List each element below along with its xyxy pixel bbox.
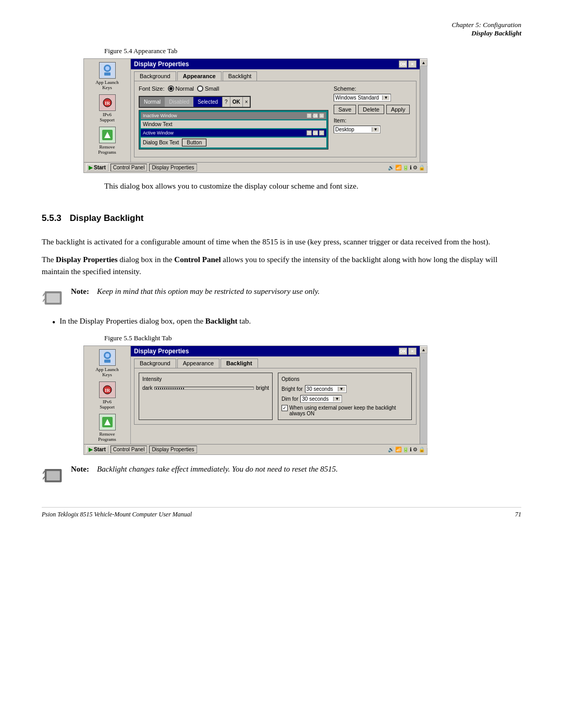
radio-normal-label: Normal	[176, 85, 194, 92]
start-label-2: Start	[94, 447, 106, 452]
color-tab-disabled[interactable]: Disabled	[165, 97, 193, 107]
scheme-btn-row: Save Delete Apply	[334, 105, 412, 114]
color-tab-normal[interactable]: Normal	[140, 97, 165, 107]
tab-background-2[interactable]: Background	[134, 359, 176, 368]
sidebar-item-ipv6-2[interactable]: IR IPv6Support	[99, 381, 116, 410]
para2-start: The	[42, 255, 56, 264]
tab-appearance-1[interactable]: Appearance	[177, 71, 222, 81]
scroll-up-2[interactable]: ▲	[420, 346, 427, 353]
close-title-btn-1[interactable]: ×	[408, 60, 417, 68]
font-size-label: Font Size:	[139, 85, 165, 92]
color-tab-selected[interactable]: Selected	[193, 97, 222, 107]
bright-for-select[interactable]: 30 seconds ▼	[305, 385, 347, 393]
figure-4-label: Figure 5.4 Appearance Tab	[104, 47, 521, 55]
preview-button: Button	[182, 139, 206, 146]
options-box: Options Bright for 30 seconds ▼ Dim for	[278, 373, 412, 420]
page-footer: Psion Teklogix 8515 Vehicle-Mount Comput…	[42, 507, 521, 519]
radio-normal-circle	[168, 85, 174, 92]
taskbar-control-panel-1[interactable]: Control Panel	[111, 164, 148, 171]
chapter-label: Chapter 5: Configuration	[42, 21, 521, 29]
appkeys-icon-2	[99, 349, 116, 366]
appkeys-label: App LaunchKeys	[95, 80, 119, 90]
window-preview: Inactive Window ? OK × Window Text Activ…	[139, 110, 328, 150]
always-on-checkbox[interactable]: ✓	[282, 405, 288, 411]
footer-left: Psion Teklogix 8515 Vehicle-Mount Comput…	[42, 511, 192, 519]
caption-1: This dialog box allows you to customize …	[104, 180, 521, 192]
svg-line-20	[43, 471, 45, 474]
dim-for-arrow[interactable]: ▼	[333, 397, 340, 401]
intensity-slider[interactable]	[154, 387, 254, 390]
svg-line-9	[43, 293, 45, 296]
close-title-btn-2[interactable]: ×	[408, 348, 417, 355]
dialog-content-2: Background Appearance Backlight Intensit…	[131, 356, 420, 427]
tab-backlight-1[interactable]: Backlight	[223, 71, 258, 81]
remove-label-2: RemovePrograms	[98, 431, 116, 442]
svg-line-21	[43, 477, 45, 479]
taskbar-display-props-2[interactable]: Display Properties	[149, 446, 197, 453]
remove-icon-2	[99, 414, 116, 430]
scroll-track-1	[420, 66, 427, 165]
scheme-arrow[interactable]: ▼	[382, 95, 389, 100]
taskbar-control-panel-2[interactable]: Control Panel	[111, 446, 148, 453]
taskbar-display-props-1[interactable]: Display Properties	[149, 164, 197, 171]
start-btn-1[interactable]: ▶ Start	[86, 164, 108, 171]
item-select[interactable]: Desktop ▼	[334, 126, 381, 133]
tab-background-1[interactable]: Background	[134, 71, 176, 81]
scheme-value: Windows Standard	[335, 95, 379, 101]
dim-for-value: 30 seconds	[302, 396, 328, 402]
scheme-select[interactable]: Windows Standard ▼	[334, 94, 391, 102]
bullet-bold: Backlight	[205, 317, 238, 325]
radio-normal[interactable]: Normal	[168, 85, 194, 92]
remove-label: RemovePrograms	[98, 144, 116, 155]
sidebar-item-remove[interactable]: RemovePrograms	[98, 127, 116, 155]
dialog-title-2: Display Properties	[134, 348, 189, 355]
dim-for-label: Dim for	[282, 396, 298, 402]
tab-backlight-2[interactable]: Backlight	[221, 359, 258, 368]
dialog-tabs-1: Background Appearance Backlight	[134, 71, 417, 81]
bright-for-arrow[interactable]: ▼	[338, 387, 345, 391]
scroll-up-1[interactable]: ▲	[420, 59, 427, 66]
radio-small[interactable]: Small	[197, 85, 219, 92]
para2-bold1: Display Properties	[56, 255, 117, 264]
apply-button[interactable]: Apply	[386, 105, 410, 114]
sidebar-item-remove-2[interactable]: RemovePrograms	[98, 414, 116, 442]
caption-text-1: This dialog box allows you to customize …	[104, 182, 358, 190]
ok-title-btn-1[interactable]: OK	[399, 60, 407, 68]
dialog-main-2: Display Properties OK × Background Appea…	[131, 346, 420, 454]
slider-row: dark bright	[142, 385, 269, 391]
section-number: 5.5.3	[42, 213, 62, 224]
sidebar-item-appkeys[interactable]: App LaunchKeys	[95, 62, 119, 90]
sidebar-item-ipv6[interactable]: IR IPv6Support	[99, 94, 116, 122]
item-arrow[interactable]: ▼	[372, 127, 379, 132]
ok-title-btn-2[interactable]: OK	[399, 348, 407, 355]
page-header: Chapter 5: Configuration Display Backlig…	[42, 21, 521, 38]
figure-5-dialog: App LaunchKeys IR IPv6Support RemoveProg…	[83, 346, 427, 455]
section-title-header: Display Backlight	[42, 29, 521, 38]
dim-for-row: Dim for 30 seconds ▼	[282, 395, 408, 403]
preview-dialog-text: Dialog Box Text Button	[141, 138, 326, 147]
note-text-1: Note: Keep in mind that this option may …	[71, 286, 320, 298]
start-label-1: Start	[94, 165, 106, 170]
save-button[interactable]: Save	[334, 105, 356, 114]
taskbar-1: ▶ Start Control Panel Display Properties…	[84, 162, 427, 172]
svg-line-10	[43, 299, 45, 302]
titlebar-1: Display Properties OK ×	[131, 59, 420, 69]
sidebar-item-appkeys-2[interactable]: App LaunchKeys	[95, 349, 119, 377]
note-icon-1	[42, 286, 65, 309]
delete-button[interactable]: Delete	[358, 105, 384, 114]
note2-content: Backlight changes take effect immediatel…	[97, 465, 338, 473]
dim-for-select[interactable]: 30 seconds ▼	[300, 395, 342, 403]
item-area: Item:	[334, 117, 412, 124]
svg-rect-19	[46, 471, 59, 480]
preview-inactive-window: Inactive Window ? OK ×	[141, 112, 326, 119]
bright-for-row: Bright for 30 seconds ▼	[282, 385, 408, 393]
backlight-layout: Intensity dark	[139, 373, 412, 420]
bright-for-value: 30 seconds	[307, 386, 333, 392]
para-2: The Display Properties dialog box in the…	[42, 254, 521, 277]
start-btn-2[interactable]: ▶ Start	[86, 446, 108, 453]
figure-5-label: Figure 5.5 Backlight Tab	[104, 334, 521, 342]
section-heading: 5.5.3 Display Backlight	[42, 203, 521, 230]
appkeys-label-2: App LaunchKeys	[95, 367, 119, 377]
tab-appearance-2[interactable]: Appearance	[177, 359, 219, 368]
tab-content-backlight: Intensity dark	[134, 368, 417, 425]
